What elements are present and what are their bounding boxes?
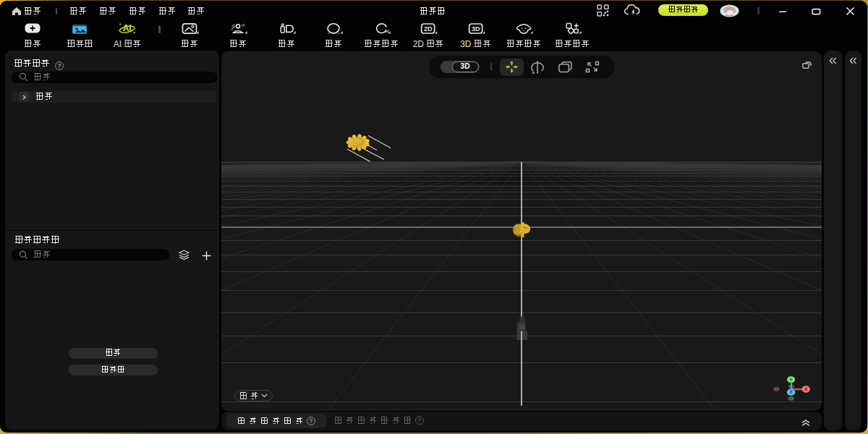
svg-text:AI: AI bbox=[123, 23, 132, 33]
svg-text:X: X bbox=[804, 387, 807, 391]
svg-text:Y: Y bbox=[790, 378, 793, 382]
svg-text:Z: Z bbox=[790, 390, 793, 394]
svg-text:3D: 3D bbox=[472, 25, 480, 33]
svg-text:AI: AI bbox=[385, 29, 389, 33]
svg-text:2D: 2D bbox=[424, 25, 433, 33]
